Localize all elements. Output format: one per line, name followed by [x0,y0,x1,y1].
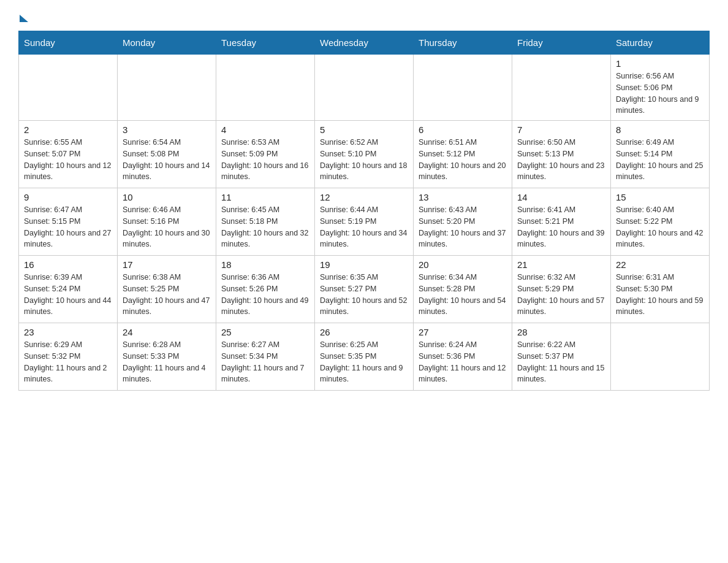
calendar-cell: 13Sunrise: 6:43 AMSunset: 5:20 PMDayligh… [414,188,512,256]
day-info: Sunrise: 6:44 AMSunset: 5:19 PMDaylight:… [320,204,408,250]
day-info: Sunrise: 6:32 AMSunset: 5:29 PMDaylight:… [517,272,605,318]
day-number: 20 [419,259,507,270]
day-info: Sunrise: 6:49 AMSunset: 5:14 PMDaylight:… [616,137,704,183]
day-info: Sunrise: 6:53 AMSunset: 5:09 PMDaylight:… [221,137,309,183]
day-info: Sunrise: 6:46 AMSunset: 5:16 PMDaylight:… [123,204,211,250]
day-info: Sunrise: 6:29 AMSunset: 5:32 PMDaylight:… [24,339,112,385]
calendar-week-row: 9Sunrise: 6:47 AMSunset: 5:15 PMDaylight… [19,188,710,256]
day-info: Sunrise: 6:25 AMSunset: 5:35 PMDaylight:… [320,339,408,385]
calendar-cell [414,55,512,121]
calendar-cell: 16Sunrise: 6:39 AMSunset: 5:24 PMDayligh… [19,256,118,323]
calendar-cell: 27Sunrise: 6:24 AMSunset: 5:36 PMDayligh… [414,323,512,391]
day-number: 17 [123,259,211,270]
day-number: 24 [123,327,211,337]
day-number: 4 [221,124,309,135]
calendar-cell [611,323,710,391]
day-number: 25 [221,327,309,337]
day-info: Sunrise: 6:24 AMSunset: 5:36 PMDaylight:… [419,339,507,385]
day-number: 7 [517,124,605,135]
col-header-thursday: Thursday [414,31,512,55]
calendar-cell [315,55,414,121]
calendar-cell: 5Sunrise: 6:52 AMSunset: 5:10 PMDaylight… [315,121,414,188]
day-number: 9 [24,192,112,202]
day-number: 14 [517,192,605,202]
calendar-cell: 22Sunrise: 6:31 AMSunset: 5:30 PMDayligh… [611,256,710,323]
day-number: 2 [24,124,112,135]
day-info: Sunrise: 6:28 AMSunset: 5:33 PMDaylight:… [123,339,211,385]
day-number: 5 [320,124,408,135]
calendar-cell: 7Sunrise: 6:50 AMSunset: 5:13 PMDaylight… [512,121,611,188]
logo-arrow-icon [20,15,28,22]
day-info: Sunrise: 6:55 AMSunset: 5:07 PMDaylight:… [24,137,112,183]
calendar-cell: 2Sunrise: 6:55 AMSunset: 5:07 PMDaylight… [19,121,118,188]
col-header-sunday: Sunday [19,31,118,55]
calendar-week-row: 16Sunrise: 6:39 AMSunset: 5:24 PMDayligh… [19,256,710,323]
calendar-cell: 23Sunrise: 6:29 AMSunset: 5:32 PMDayligh… [19,323,118,391]
calendar-cell: 12Sunrise: 6:44 AMSunset: 5:19 PMDayligh… [315,188,414,256]
calendar-cell: 10Sunrise: 6:46 AMSunset: 5:16 PMDayligh… [118,188,216,256]
calendar-week-row: 2Sunrise: 6:55 AMSunset: 5:07 PMDaylight… [19,121,710,188]
day-info: Sunrise: 6:40 AMSunset: 5:22 PMDaylight:… [616,204,704,250]
calendar-cell [512,55,611,121]
calendar-table: SundayMondayTuesdayWednesdayThursdayFrid… [18,31,710,391]
calendar-cell: 20Sunrise: 6:34 AMSunset: 5:28 PMDayligh… [414,256,512,323]
day-number: 18 [221,259,309,270]
day-number: 15 [616,192,704,202]
calendar-cell: 9Sunrise: 6:47 AMSunset: 5:15 PMDaylight… [19,188,118,256]
col-header-saturday: Saturday [611,31,710,55]
day-info: Sunrise: 6:43 AMSunset: 5:20 PMDaylight:… [419,204,507,250]
calendar-cell: 25Sunrise: 6:27 AMSunset: 5:34 PMDayligh… [216,323,315,391]
calendar-cell [216,55,315,121]
day-info: Sunrise: 6:54 AMSunset: 5:08 PMDaylight:… [123,137,211,183]
day-number: 27 [419,327,507,337]
page-header [18,12,710,21]
calendar-cell: 28Sunrise: 6:22 AMSunset: 5:37 PMDayligh… [512,323,611,391]
day-number: 10 [123,192,211,202]
day-info: Sunrise: 6:38 AMSunset: 5:25 PMDaylight:… [123,272,211,318]
day-info: Sunrise: 6:27 AMSunset: 5:34 PMDaylight:… [221,339,309,385]
logo [18,12,28,21]
day-info: Sunrise: 6:41 AMSunset: 5:21 PMDaylight:… [517,204,605,250]
calendar-cell: 1Sunrise: 6:56 AMSunset: 5:06 PMDaylight… [611,55,710,121]
day-number: 11 [221,192,309,202]
calendar-cell: 6Sunrise: 6:51 AMSunset: 5:12 PMDaylight… [414,121,512,188]
col-header-friday: Friday [512,31,611,55]
calendar-week-row: 23Sunrise: 6:29 AMSunset: 5:32 PMDayligh… [19,323,710,391]
day-info: Sunrise: 6:47 AMSunset: 5:15 PMDaylight:… [24,204,112,250]
col-header-tuesday: Tuesday [216,31,315,55]
day-number: 23 [24,327,112,337]
day-number: 22 [616,259,704,270]
day-info: Sunrise: 6:51 AMSunset: 5:12 PMDaylight:… [419,137,507,183]
day-number: 19 [320,259,408,270]
calendar-cell: 24Sunrise: 6:28 AMSunset: 5:33 PMDayligh… [118,323,216,391]
calendar-cell [19,55,118,121]
calendar-cell: 17Sunrise: 6:38 AMSunset: 5:25 PMDayligh… [118,256,216,323]
calendar-cell: 21Sunrise: 6:32 AMSunset: 5:29 PMDayligh… [512,256,611,323]
day-number: 8 [616,124,704,135]
day-info: Sunrise: 6:45 AMSunset: 5:18 PMDaylight:… [221,204,309,250]
day-number: 12 [320,192,408,202]
day-number: 3 [123,124,211,135]
day-number: 21 [517,259,605,270]
col-header-wednesday: Wednesday [315,31,414,55]
calendar-cell [118,55,216,121]
calendar-cell: 18Sunrise: 6:36 AMSunset: 5:26 PMDayligh… [216,256,315,323]
day-number: 1 [616,58,704,69]
day-info: Sunrise: 6:31 AMSunset: 5:30 PMDaylight:… [616,272,704,318]
calendar-cell: 11Sunrise: 6:45 AMSunset: 5:18 PMDayligh… [216,188,315,256]
day-number: 6 [419,124,507,135]
calendar-cell: 3Sunrise: 6:54 AMSunset: 5:08 PMDaylight… [118,121,216,188]
calendar-cell: 8Sunrise: 6:49 AMSunset: 5:14 PMDaylight… [611,121,710,188]
calendar-cell: 15Sunrise: 6:40 AMSunset: 5:22 PMDayligh… [611,188,710,256]
day-info: Sunrise: 6:36 AMSunset: 5:26 PMDaylight:… [221,272,309,318]
day-number: 16 [24,259,112,270]
day-info: Sunrise: 6:35 AMSunset: 5:27 PMDaylight:… [320,272,408,318]
col-header-monday: Monday [118,31,216,55]
calendar-cell: 19Sunrise: 6:35 AMSunset: 5:27 PMDayligh… [315,256,414,323]
calendar-cell: 4Sunrise: 6:53 AMSunset: 5:09 PMDaylight… [216,121,315,188]
day-info: Sunrise: 6:22 AMSunset: 5:37 PMDaylight:… [517,339,605,385]
day-info: Sunrise: 6:52 AMSunset: 5:10 PMDaylight:… [320,137,408,183]
day-number: 13 [419,192,507,202]
calendar-cell: 26Sunrise: 6:25 AMSunset: 5:35 PMDayligh… [315,323,414,391]
calendar-cell: 14Sunrise: 6:41 AMSunset: 5:21 PMDayligh… [512,188,611,256]
